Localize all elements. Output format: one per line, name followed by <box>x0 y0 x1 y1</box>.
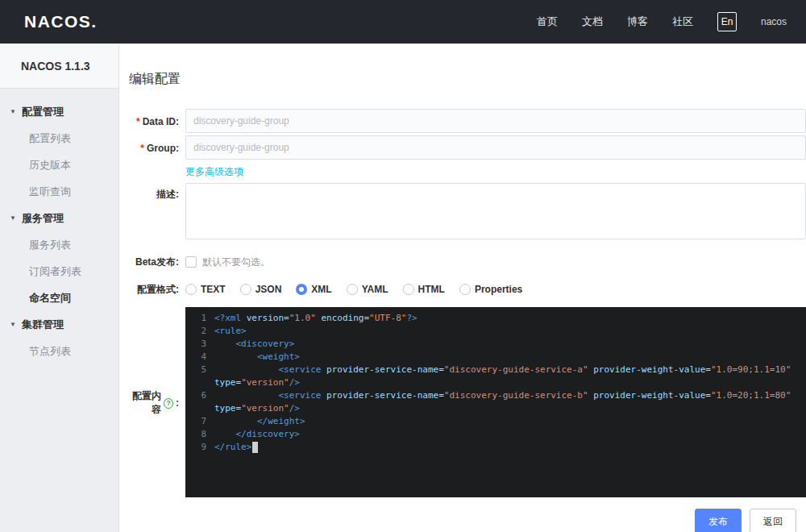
line-number: 9 <box>185 441 214 454</box>
format-radio-html[interactable]: HTML <box>403 284 445 295</box>
main-content: 编辑配置 *Data ID: *Group: 更多高级选项 描述: Beta发布… <box>119 44 806 532</box>
group-label: *Group: <box>126 135 179 160</box>
sidebar-item[interactable]: 服务列表 <box>0 231 118 258</box>
code-line: 9</rule> <box>185 441 806 454</box>
sidebar: NACOS 1.1.3 ▼配置管理配置列表历史版本监听查询▼服务管理服务列表订阅… <box>0 44 119 532</box>
code-line: 2<rule> <box>185 325 806 338</box>
language-toggle-button[interactable]: En <box>717 12 737 31</box>
text-cursor <box>252 442 258 453</box>
beta-hint: 默认不要勾选。 <box>202 256 270 269</box>
line-number: 4 <box>185 351 214 364</box>
code-line: 3 <discovery> <box>185 338 806 351</box>
sidebar-item-label: 历史版本 <box>29 158 71 172</box>
code-line-text: <?xml version="1.0" encoding="UTF-8"?> <box>214 312 806 325</box>
code-line-text: <service provider-service-name="discover… <box>214 389 806 415</box>
help-icon[interactable]: ? <box>164 398 173 409</box>
format-radio-group: TEXTJSONXMLYAMLHTMLProperties <box>185 281 806 297</box>
chevron-down-icon: ▼ <box>10 214 16 222</box>
username[interactable]: nacos <box>761 16 787 27</box>
radio-icon <box>296 284 307 295</box>
code-line-text: </weight> <box>214 415 806 428</box>
back-button[interactable]: 返回 <box>750 509 796 532</box>
sidebar-item-label: 命名空间 <box>29 291 71 305</box>
actions-bar: 发布 返回 <box>126 509 806 532</box>
code-line: 7 </weight> <box>185 415 806 428</box>
data-id-input[interactable] <box>185 109 806 133</box>
code-line-text: <discovery> <box>214 338 806 351</box>
format-radio-text[interactable]: TEXT <box>185 284 226 295</box>
sidebar-item[interactable]: 节点列表 <box>0 338 118 364</box>
radio-icon <box>459 284 471 295</box>
radio-label: TEXT <box>201 284 226 295</box>
radio-label: JSON <box>256 284 282 295</box>
nav-item[interactable]: 首页 <box>537 15 558 29</box>
topbar-right: 首页文档博客社区 En nacos <box>537 12 787 31</box>
chevron-down-icon: ▼ <box>10 321 16 328</box>
sidebar-item[interactable]: ▼服务管理 <box>0 205 118 231</box>
line-number: 6 <box>185 389 214 415</box>
format-radio-properties[interactable]: Properties <box>459 284 522 295</box>
group-input[interactable] <box>185 135 806 160</box>
line-number: 1 <box>185 312 214 325</box>
line-number: 8 <box>185 428 214 441</box>
beta-checkbox[interactable] <box>185 256 197 268</box>
code-lines: 1<?xml version="1.0" encoding="UTF-8"?>2… <box>185 312 806 454</box>
sidebar-item-label: 服务管理 <box>22 211 64 226</box>
required-mark: * <box>136 116 140 127</box>
radio-icon <box>347 284 358 295</box>
line-number: 7 <box>185 415 214 428</box>
radio-icon <box>403 284 414 295</box>
sidebar-item-label: 监听查询 <box>29 185 71 199</box>
sidebar-version-title: NACOS 1.1.3 <box>0 44 118 89</box>
nav-item[interactable]: 文档 <box>582 15 603 29</box>
radio-icon <box>240 284 251 295</box>
format-radio-yaml[interactable]: YAML <box>347 284 388 295</box>
radio-label: HTML <box>418 284 445 295</box>
code-line: 6 <service provider-service-name="discov… <box>185 389 806 415</box>
radio-label: XML <box>311 284 331 295</box>
radio-label: YAML <box>362 284 388 295</box>
code-line-text: <service provider-service-name="discover… <box>214 364 806 389</box>
required-mark: * <box>140 143 144 154</box>
content-label-wrap: 配置内容 ? : <box>126 307 179 497</box>
more-advanced-options-link[interactable]: 更多高级选项 <box>185 166 243 177</box>
line-number: 5 <box>185 364 214 389</box>
beta-label: Beta发布: <box>126 254 179 269</box>
topbar: NACOS. 首页文档博客社区 En nacos <box>0 0 806 44</box>
format-label: 配置格式: <box>126 281 179 297</box>
sidebar-item[interactable]: ▼集群管理 <box>0 311 118 338</box>
sidebar-item-label: 集群管理 <box>22 318 64 332</box>
format-radio-xml[interactable]: XML <box>296 284 331 295</box>
sidebar-item[interactable]: 监听查询 <box>0 178 118 205</box>
line-number: 3 <box>185 338 214 351</box>
description-textarea[interactable] <box>185 183 806 239</box>
sidebar-item[interactable]: 配置列表 <box>0 125 118 152</box>
sidebar-item-label: 服务列表 <box>29 238 71 252</box>
sidebar-item[interactable]: 订阅者列表 <box>0 258 118 285</box>
code-line: 4 <weight> <box>185 351 806 364</box>
publish-button[interactable]: 发布 <box>695 509 742 532</box>
sidebar-item[interactable]: ▼配置管理 <box>0 98 118 125</box>
nacos-logo: NACOS. <box>24 12 98 31</box>
sidebar-item[interactable]: 命名空间 <box>0 285 118 311</box>
chevron-down-icon: ▼ <box>10 108 16 115</box>
format-radio-json[interactable]: JSON <box>240 284 282 295</box>
sidebar-menu: ▼配置管理配置列表历史版本监听查询▼服务管理服务列表订阅者列表命名空间▼集群管理… <box>0 89 118 364</box>
description-label: 描述: <box>126 183 179 242</box>
radio-icon <box>185 284 197 295</box>
code-line: 8 </discovery> <box>185 428 806 441</box>
radio-label: Properties <box>475 284 522 295</box>
config-content-editor[interactable]: 1<?xml version="1.0" encoding="UTF-8"?>2… <box>185 307 806 497</box>
data-id-label: *Data ID: <box>126 109 179 133</box>
nav-item[interactable]: 博客 <box>627 15 648 29</box>
code-line-text: <weight> <box>214 351 806 364</box>
content-label: 配置内容 <box>126 389 161 417</box>
code-line-text: </rule> <box>214 441 806 454</box>
nav-item[interactable]: 社区 <box>672 15 693 29</box>
code-line-text: </discovery> <box>214 428 806 441</box>
sidebar-item[interactable]: 历史版本 <box>0 152 118 178</box>
topbar-nav: 首页文档博客社区 <box>537 15 693 29</box>
code-line: 5 <service provider-service-name="discov… <box>185 364 806 389</box>
code-line-text: <rule> <box>214 325 806 338</box>
line-number: 2 <box>185 325 214 338</box>
